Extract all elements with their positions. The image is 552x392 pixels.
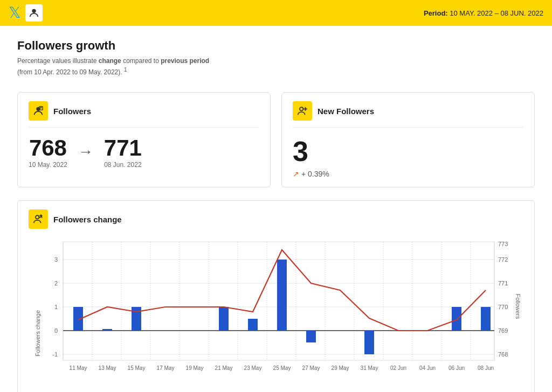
svg-point-4 — [36, 215, 39, 219]
new-followers-icon-box — [293, 101, 312, 121]
new-followers-card: New Followers 3 ↗ + 0.39% — [281, 92, 535, 187]
svg-text:15 May: 15 May — [128, 365, 146, 371]
new-followers-card-title: New Followers — [318, 107, 374, 116]
svg-text:19 May: 19 May — [186, 365, 204, 371]
new-followers-icon — [296, 105, 308, 117]
svg-text:769: 769 — [498, 327, 508, 334]
subtitle-text-1: Percentage values illustrate — [17, 57, 96, 65]
followers-end-date: 08 Jun. 2022 — [104, 161, 141, 169]
svg-text:3: 3 — [54, 256, 58, 263]
bar-31may — [364, 331, 374, 354]
svg-text:08 Jun: 08 Jun — [478, 365, 494, 371]
svg-text:23 May: 23 May — [244, 365, 262, 371]
chart-container: -1 0 1 2 3 768 769 770 771 772 773 Follo… — [29, 236, 523, 392]
bar-21may — [219, 307, 229, 331]
header-period: Period: 10 MAY. 2022 – 08 JUN. 2022 — [424, 9, 543, 17]
svg-text:11 May: 11 May — [70, 365, 87, 371]
svg-text:Followers: Followers — [515, 293, 521, 319]
svg-text:768: 768 — [498, 351, 508, 358]
subtitle-change: change — [99, 57, 121, 65]
svg-text:06 Jun: 06 Jun — [448, 365, 465, 371]
svg-text:25 May: 25 May — [273, 365, 291, 371]
svg-text:31 May: 31 May — [361, 365, 378, 371]
period-label: Period: — [424, 9, 448, 17]
cards-row: Followers 768 10 May. 2022 → 771 08 Jun.… — [17, 92, 535, 187]
subtitle: Percentage values illustrate change comp… — [17, 56, 535, 77]
followers-start-num: 768 — [29, 135, 67, 161]
svg-text:-1: -1 — [52, 351, 58, 358]
bar-15may — [132, 307, 141, 331]
new-followers-change-text: + 0.39% — [301, 170, 329, 178]
period-value: 10 MAY. 2022 – 08 JUN. 2022 — [450, 9, 543, 17]
svg-text:13 May: 13 May — [99, 365, 116, 371]
svg-text:17 May: 17 May — [157, 365, 175, 371]
new-followers-num: 3 — [293, 135, 523, 167]
svg-point-3 — [300, 107, 303, 110]
svg-text:1: 1 — [54, 304, 58, 310]
followers-end-group: 771 08 Jun. 2022 — [104, 135, 142, 169]
svg-text:2: 2 — [54, 280, 58, 286]
chart-icon-box — [29, 209, 48, 229]
followers-start-date: 10 May. 2022 — [29, 161, 67, 169]
svg-text:29 May: 29 May — [332, 365, 349, 371]
followers-change-chart: -1 0 1 2 3 768 769 770 771 772 773 Follo… — [29, 236, 523, 387]
svg-text:21 May: 21 May — [215, 365, 233, 371]
bar-08jun — [481, 307, 491, 331]
svg-text:771: 771 — [498, 280, 508, 286]
followers-icon-box — [29, 101, 48, 121]
followers-values: 768 10 May. 2022 → 771 08 Jun. 2022 — [29, 135, 259, 169]
new-followers-card-header: New Followers — [293, 101, 523, 128]
bar-06jun — [452, 307, 461, 331]
svg-text:Followers change: Followers change — [34, 310, 41, 356]
twitter-icon: 𝕏 — [9, 5, 21, 20]
subtitle-text-3: (from 10 Apr. 2022 to 09 May. 2022). — [17, 68, 122, 76]
followers-change-card: Followers change — [17, 200, 535, 392]
new-followers-change: ↗ + 0.39% — [293, 170, 523, 178]
arrow-icon: → — [78, 143, 93, 160]
chart-card-title: Followers change — [53, 215, 122, 224]
subtitle-ref: 1 — [124, 67, 127, 73]
subtitle-prev: previous period — [161, 57, 209, 65]
svg-text:02 Jun: 02 Jun — [390, 365, 406, 371]
trend-up-icon: ↗ — [293, 170, 299, 178]
svg-text:772: 772 — [498, 256, 508, 263]
followers-icon — [32, 105, 44, 117]
svg-point-1 — [36, 107, 40, 111]
followers-card-header: Followers — [29, 101, 259, 128]
svg-point-0 — [32, 9, 36, 13]
header-logos: 𝕏 — [9, 4, 43, 22]
followers-card-title: Followers — [53, 107, 91, 116]
chart-card-header: Followers change — [29, 209, 523, 229]
subtitle-text-2: compared to — [123, 57, 159, 65]
svg-text:27 May: 27 May — [302, 365, 320, 371]
main-content: Followers growth Percentage values illus… — [0, 26, 552, 392]
profile-icon — [28, 7, 40, 19]
bar-13may — [102, 329, 112, 331]
svg-text:773: 773 — [498, 241, 508, 247]
svg-text:770: 770 — [498, 304, 508, 310]
bar-23may — [248, 319, 258, 331]
profile-icon-box — [25, 4, 43, 22]
svg-text:04 Jun: 04 Jun — [419, 365, 436, 371]
followers-end-num: 771 — [104, 135, 142, 161]
page-title: Followers growth — [17, 39, 535, 53]
header: 𝕏 Period: 10 MAY. 2022 – 08 JUN. 2022 — [0, 0, 552, 26]
followers-change-icon — [32, 213, 44, 225]
followers-card: Followers 768 10 May. 2022 → 771 08 Jun.… — [17, 92, 271, 187]
svg-text:0: 0 — [54, 327, 58, 334]
bar-25may — [277, 260, 287, 331]
followers-start-group: 768 10 May. 2022 — [29, 135, 67, 169]
bar-27may — [306, 331, 316, 342]
